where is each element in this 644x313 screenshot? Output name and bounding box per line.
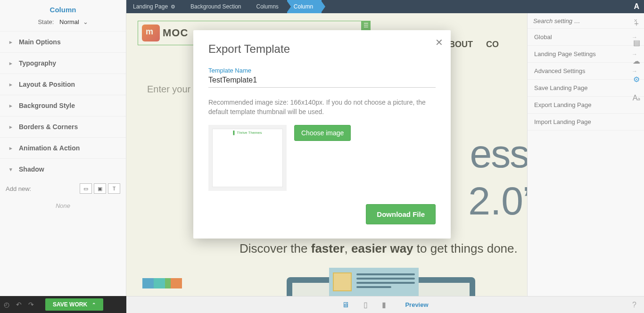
close-icon[interactable]: ✕ [435,37,443,48]
export-template-modal: ✕ Export Template Template Name Recommen… [193,30,451,239]
template-name-input[interactable] [208,75,436,88]
modal-title: Export Template [208,42,436,56]
choose-image-button[interactable]: Choose image [294,125,351,141]
thumbnail-preview: ▌ Thrive Themes [208,125,287,191]
download-file-button[interactable]: Download File [366,204,436,224]
recommended-text: Recommended image size: 166x140px. If yo… [208,98,436,116]
thumb-brand-text: ▌ Thrive Themes [233,131,262,135]
template-name-label: Template Name [208,67,436,74]
